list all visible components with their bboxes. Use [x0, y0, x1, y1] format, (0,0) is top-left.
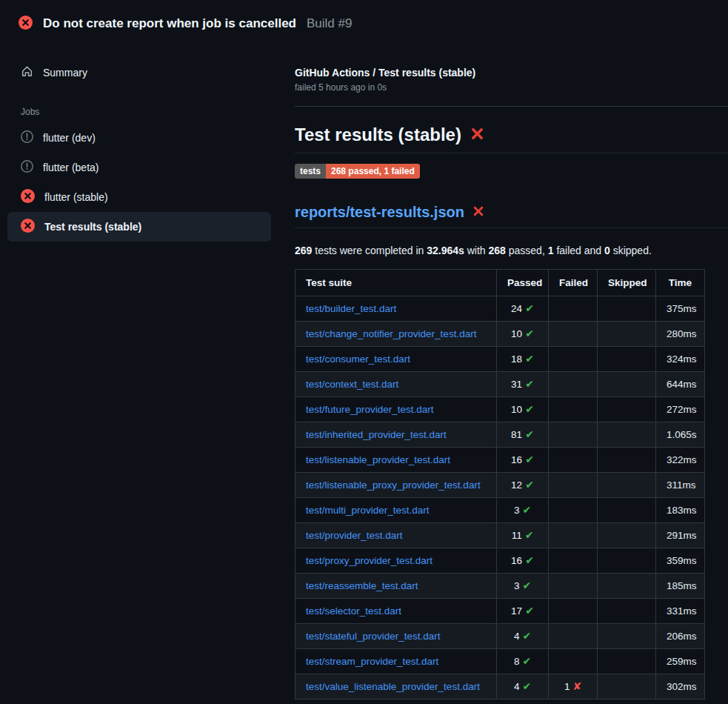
failed-cell — [549, 498, 598, 523]
passed-value: 17 — [511, 605, 522, 617]
table-row: test/consumer_test.dart18✔324ms — [295, 347, 705, 372]
test-suite-link[interactable]: test/multi_provider_test.dart — [306, 505, 430, 516]
passed-cell: 17✔ — [497, 599, 549, 624]
run-title: Do not create report when job is cancell… — [43, 16, 296, 31]
failed-cell — [549, 548, 598, 574]
failed-cell: 1✘ — [549, 674, 598, 700]
cross-icon: ✘ — [572, 680, 581, 692]
table-row: test/listenable_proxy_provider_test.dart… — [295, 473, 705, 498]
passed-cell: 3✔ — [497, 498, 549, 523]
test-suite-cell: test/listenable_provider_test.dart — [295, 448, 497, 473]
total-count: 269 — [295, 245, 312, 256]
check-icon: ✔ — [522, 630, 531, 642]
time-cell: 1.065s — [656, 422, 705, 448]
table-row: test/provider_test.dart11✔291ms — [295, 523, 705, 548]
time-cell: 375ms — [656, 296, 705, 322]
test-suite-link[interactable]: test/builder_test.dart — [306, 303, 396, 314]
skipped-cell — [598, 599, 656, 624]
time-cell: 280ms — [656, 322, 705, 347]
column-header-test-suite: Test suite — [295, 270, 497, 296]
passed-value: 10 — [511, 404, 522, 415]
failed-status-icon — [21, 219, 35, 235]
time-cell: 331ms — [656, 599, 705, 624]
table-row: test/context_test.dart31✔644ms — [295, 372, 705, 397]
time-cell: 259ms — [656, 649, 705, 674]
passed-cell: 4✔ — [497, 674, 549, 700]
skipped-cell — [598, 548, 656, 574]
report-file-link[interactable]: reports/test-results.json — [295, 204, 464, 221]
check-icon: ✔ — [522, 680, 531, 692]
skipped-cell — [598, 422, 656, 448]
test-suite-link[interactable]: test/stateful_provider_test.dart — [306, 631, 441, 642]
passed-cell: 3✔ — [497, 574, 549, 599]
test-suite-link[interactable]: test/consumer_test.dart — [306, 353, 410, 365]
passed-cell: 11✔ — [497, 523, 549, 548]
test-results-table: Test suite Passed Failed Skipped Time te… — [295, 269, 705, 700]
skipped-cell — [598, 372, 656, 397]
column-header-passed: Passed — [497, 270, 549, 296]
test-suite-link[interactable]: test/change_notifier_provider_test.dart — [306, 328, 476, 339]
skipped-cell — [598, 674, 656, 700]
failed-count: 1 — [548, 245, 554, 256]
test-suite-cell: test/future_provider_test.dart — [295, 397, 497, 422]
test-suite-link[interactable]: test/listenable_proxy_provider_test.dart — [306, 479, 481, 491]
test-suite-link[interactable]: test/provider_test.dart — [306, 530, 403, 541]
test-suite-link[interactable]: test/stream_provider_test.dart — [306, 656, 438, 667]
sidebar-item-label: flutter (stable) — [44, 191, 108, 203]
table-row: test/inherited_provider_test.dart81✔1.06… — [295, 422, 705, 448]
column-header-skipped: Skipped — [598, 270, 656, 296]
table-row: test/stateful_provider_test.dart4✔206ms — [295, 624, 705, 649]
sidebar-item-summary[interactable]: Summary — [7, 58, 271, 87]
failed-cell — [549, 574, 598, 599]
test-suite-link[interactable]: test/value_listenable_provider_test.dart — [306, 681, 480, 692]
skipped-cell — [598, 574, 656, 599]
test-suite-cell: test/value_listenable_provider_test.dart — [295, 674, 497, 700]
check-icon: ✔ — [522, 504, 531, 516]
passed-value: 3 — [514, 580, 520, 591]
sidebar-item-flutter-dev[interactable]: flutter (dev) — [7, 123, 271, 153]
sidebar-item-flutter-beta[interactable]: flutter (beta) — [7, 153, 271, 182]
test-suite-link[interactable]: test/future_provider_test.dart — [306, 404, 434, 415]
failed-cell — [549, 448, 598, 473]
test-suite-link[interactable]: test/proxy_provider_test.dart — [306, 555, 433, 566]
passed-value: 11 — [512, 530, 522, 541]
neutral-status-icon — [21, 160, 33, 175]
passed-cell: 16✔ — [497, 548, 549, 574]
passed-value: 16 — [511, 454, 522, 465]
sidebar: Summary Jobs flutter (dev) flutter (beta… — [0, 34, 281, 242]
skipped-cell — [598, 397, 656, 422]
test-suite-cell: test/change_notifier_provider_test.dart — [295, 322, 497, 347]
test-suite-link[interactable]: test/context_test.dart — [306, 379, 398, 390]
time-cell: 206ms — [656, 624, 705, 649]
failed-cell — [549, 599, 598, 624]
sidebar-item-label: flutter (dev) — [43, 132, 96, 144]
check-icon: ✔ — [522, 580, 531, 591]
test-suite-link[interactable]: test/reassemble_test.dart — [306, 580, 418, 591]
test-suite-cell: test/builder_test.dart — [295, 296, 497, 322]
skipped-cell — [598, 322, 656, 347]
table-row: test/listenable_provider_test.dart16✔322… — [295, 448, 705, 473]
sidebar-item-label: Test results (stable) — [44, 221, 141, 233]
report-heading: reports/test-results.json — [295, 204, 728, 228]
table-row: test/selector_test.dart17✔331ms — [295, 599, 705, 624]
skipped-cell — [598, 473, 656, 498]
test-suite-link[interactable]: test/inherited_provider_test.dart — [306, 429, 447, 440]
passed-cell: 18✔ — [497, 347, 549, 372]
test-suite-link[interactable]: test/selector_test.dart — [306, 605, 401, 617]
passed-value: 8 — [514, 656, 520, 667]
skipped-cell — [598, 498, 656, 523]
failed-cell — [549, 372, 598, 397]
sidebar-item-test-results-stable[interactable]: Test results (stable) — [7, 212, 271, 242]
test-suite-link[interactable]: test/listenable_provider_test.dart — [306, 454, 450, 465]
home-icon — [21, 65, 33, 80]
failed-value: 1 — [564, 681, 570, 692]
test-suite-cell: test/stateful_provider_test.dart — [295, 624, 497, 649]
table-header-row: Test suite Passed Failed Skipped Time — [295, 270, 705, 296]
failed-cell — [549, 523, 598, 548]
sidebar-item-flutter-stable[interactable]: flutter (stable) — [7, 182, 271, 212]
run-header: Do not create report when job is cancell… — [0, 0, 728, 34]
check-icon: ✔ — [525, 454, 534, 465]
check-icon: ✔ — [525, 353, 534, 365]
section-title: Test results (stable) — [295, 124, 461, 145]
test-suite-cell: test/provider_test.dart — [295, 523, 497, 548]
